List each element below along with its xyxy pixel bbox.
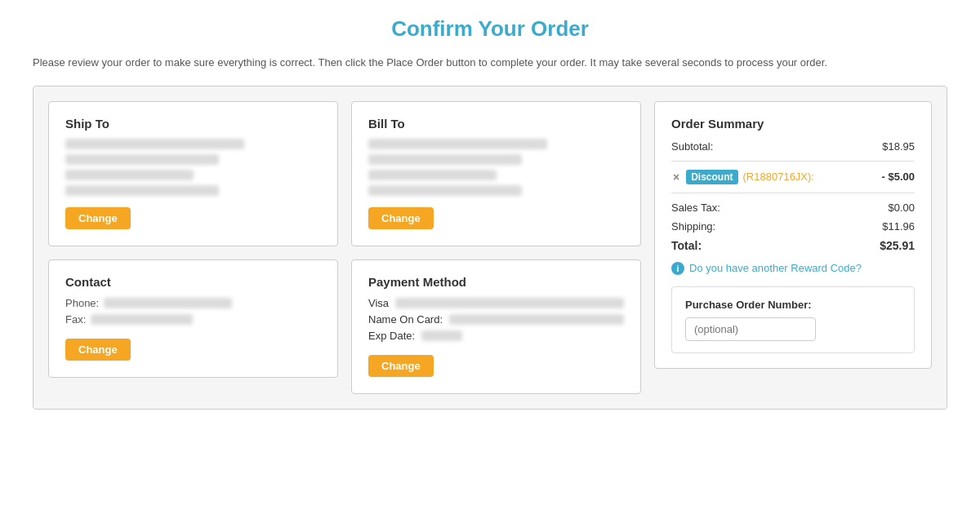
- bill-name-blurred: [368, 139, 547, 149]
- contact-title: Contact: [65, 275, 321, 289]
- reward-link[interactable]: Do you have another Reward Code?: [689, 262, 862, 274]
- discount-code: (R1880716JX):: [743, 171, 814, 183]
- bill-to-card: Bill To Change: [351, 101, 641, 246]
- bill-state-blurred: [368, 185, 522, 196]
- bill-to-address: [368, 139, 624, 196]
- po-box: Purchase Order Number:: [671, 286, 915, 353]
- divider-1: [671, 161, 915, 162]
- bill-to-title: Bill To: [368, 117, 624, 131]
- phone-label: Phone:: [65, 297, 99, 309]
- phone-blurred: [104, 298, 232, 308]
- sales-tax-value: $0.00: [888, 202, 915, 214]
- payment-method-title: Payment Method: [368, 275, 624, 289]
- reward-link-row: i Do you have another Reward Code?: [671, 262, 915, 275]
- subtotal-label: Subtotal:: [671, 140, 713, 153]
- order-outer-box: Ship To Change Contact Phone:: [33, 86, 947, 410]
- shipping-row: Shipping: $11.96: [671, 220, 915, 233]
- name-on-card-label: Name On Card:: [368, 313, 443, 326]
- bill-address1-blurred: [368, 154, 522, 165]
- po-label: Purchase Order Number:: [685, 299, 901, 311]
- ship-state-blurred: [65, 185, 219, 196]
- contact-fax-row: Fax:: [65, 313, 321, 326]
- shipping-label: Shipping:: [671, 220, 715, 233]
- fax-label: Fax:: [65, 313, 86, 326]
- bill-to-change-button[interactable]: Change: [368, 207, 434, 229]
- sales-tax-row: Sales Tax: $0.00: [671, 202, 915, 214]
- payment-method-card: Payment Method Visa Name On Card: Exp Da…: [351, 259, 641, 394]
- subtotal-value: $18.95: [882, 140, 915, 153]
- ship-to-change-button[interactable]: Change: [65, 207, 131, 229]
- left-column: Ship To Change Contact Phone:: [48, 101, 338, 378]
- page-subtitle: Please review your order to make sure ev…: [33, 55, 947, 71]
- shipping-value: $11.96: [882, 220, 915, 233]
- ship-to-title: Ship To: [65, 117, 321, 131]
- ship-address1-blurred: [65, 154, 219, 165]
- visa-number-blurred: [395, 298, 624, 308]
- visa-label: Visa: [368, 297, 389, 309]
- total-label: Total:: [671, 239, 702, 252]
- payment-visa-row: Visa: [368, 297, 624, 309]
- total-value: $25.91: [880, 239, 915, 252]
- main-grid: Ship To Change Contact Phone:: [48, 101, 932, 394]
- mid-column: Bill To Change Payment Method Visa: [351, 101, 641, 394]
- right-column: Order Summary Subtotal: $18.95 × Discoun…: [654, 101, 932, 369]
- discount-row: × Discount (R1880716JX): - $5.00: [671, 170, 915, 184]
- total-row: Total: $25.91: [671, 239, 915, 252]
- fax-blurred: [91, 314, 193, 325]
- order-summary-card: Order Summary Subtotal: $18.95 × Discoun…: [654, 101, 932, 369]
- subtotal-row: Subtotal: $18.95: [671, 140, 915, 153]
- discount-remove-button[interactable]: ×: [671, 171, 681, 183]
- exp-date-label: Exp Date:: [368, 330, 415, 342]
- contact-card: Contact Phone: Fax: Change: [48, 259, 338, 378]
- sales-tax-label: Sales Tax:: [671, 202, 720, 214]
- divider-2: [671, 193, 915, 193]
- ship-to-card: Ship To Change: [48, 101, 338, 246]
- info-icon: i: [671, 262, 684, 275]
- contact-change-button[interactable]: Change: [65, 339, 131, 361]
- ship-name-blurred: [65, 139, 244, 149]
- page-title: Confirm Your Order: [33, 16, 947, 42]
- ship-city-blurred: [65, 170, 194, 180]
- name-on-card-blurred: [449, 314, 624, 325]
- discount-amount: - $5.00: [882, 171, 915, 183]
- payment-name-row: Name On Card:: [368, 313, 624, 326]
- exp-date-blurred: [421, 330, 462, 341]
- ship-to-address: [65, 139, 321, 196]
- payment-change-button[interactable]: Change: [368, 355, 434, 377]
- discount-badge: Discount: [686, 170, 737, 184]
- po-input[interactable]: [685, 317, 816, 341]
- contact-phone-row: Phone:: [65, 297, 321, 309]
- bill-city-blurred: [368, 170, 497, 180]
- payment-exp-row: Exp Date:: [368, 330, 624, 342]
- order-summary-title: Order Summary: [671, 117, 915, 131]
- discount-left: × Discount (R1880716JX):: [671, 170, 814, 184]
